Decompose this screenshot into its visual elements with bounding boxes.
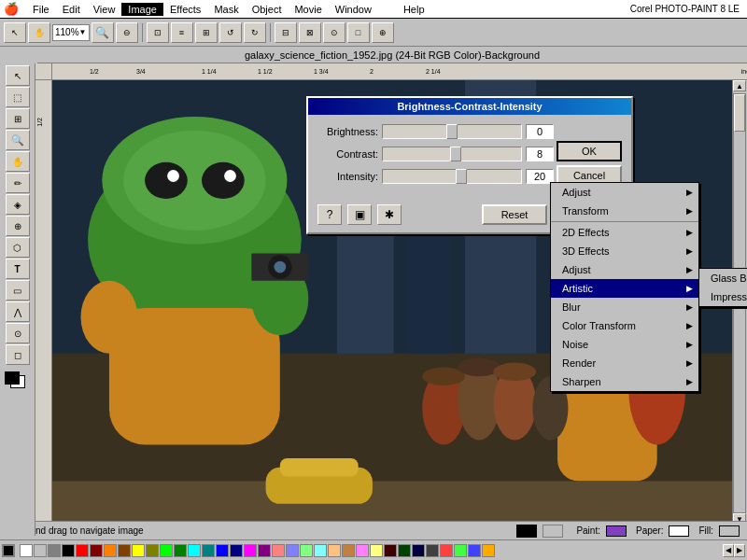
menu-item-3deffects[interactable]: 3D Effects ▶ — [551, 242, 698, 260]
tool-6[interactable]: ⊟ — [275, 22, 297, 43]
tool-10[interactable]: ⊕ — [372, 22, 394, 43]
tool-9[interactable]: □ — [347, 22, 370, 43]
current-color[interactable] — [2, 544, 15, 557]
palette-scroll-left[interactable]: ◀ — [723, 544, 734, 557]
menu-item-sharpen[interactable]: Sharpen ▶ — [551, 372, 698, 391]
menu-item-blur[interactable]: Blur ▶ — [551, 298, 698, 316]
intensity-thumb[interactable] — [456, 169, 467, 184]
menu-item-noise[interactable]: Noise ▶ — [551, 335, 698, 354]
menu-item-transform[interactable]: Transform ▶ — [551, 202, 698, 220]
paper-swatch[interactable] — [669, 525, 689, 537]
shape-tool[interactable]: ▭ — [6, 280, 30, 301]
palette-pink[interactable] — [272, 544, 285, 557]
hand-tool[interactable]: ✋ — [28, 22, 50, 43]
palette-blue[interactable] — [216, 544, 229, 557]
palette-yellow[interactable] — [132, 544, 145, 557]
zoom-arrow[interactable]: ▼ — [79, 28, 87, 36]
palette-lightcyan[interactable] — [314, 544, 327, 557]
palette-gray[interactable] — [48, 544, 61, 557]
brightness-thumb[interactable] — [446, 124, 458, 139]
preview-btn[interactable]: ▣ — [347, 204, 372, 225]
menu-item-2deffects[interactable]: 2D Effects ▶ — [551, 223, 698, 242]
contrast-value[interactable]: 8 — [526, 147, 554, 161]
menu-movie[interactable]: Movie — [288, 3, 328, 16]
palette-olive[interactable] — [146, 544, 159, 557]
tool-2[interactable]: ≡ — [171, 22, 193, 43]
mask-tool[interactable]: ⬚ — [6, 87, 30, 107]
contrast-slider[interactable] — [382, 147, 522, 161]
menu-item-render[interactable]: Render ▶ — [551, 354, 698, 372]
menu-item-colortransform[interactable]: Color Transform ▶ — [551, 316, 698, 335]
palette-lightmagenta[interactable] — [356, 544, 369, 557]
palette-navy[interactable] — [230, 544, 243, 557]
fill-swatch[interactable] — [719, 525, 740, 537]
tool-3[interactable]: ⊞ — [195, 22, 218, 43]
paint-swatch[interactable] — [606, 525, 627, 537]
tool-4[interactable]: ↺ — [219, 22, 242, 43]
text-tool[interactable]: T — [6, 259, 30, 279]
palette-darkblue[interactable] — [412, 544, 425, 557]
contrast-thumb[interactable] — [450, 147, 461, 161]
effect-tool[interactable]: ◈ — [6, 194, 30, 215]
palette-periwinkle[interactable] — [286, 544, 299, 557]
nav-icon2[interactable] — [543, 525, 563, 538]
zoom-tool[interactable]: 🔍 — [6, 130, 30, 150]
nav-icon[interactable] — [516, 525, 537, 538]
palette-red[interactable] — [76, 544, 89, 557]
zoom-display[interactable]: 110% ▼ — [52, 24, 90, 41]
palette-lime[interactable] — [160, 544, 173, 557]
palette-orange[interactable] — [104, 544, 117, 557]
palette-coral[interactable] — [440, 544, 453, 557]
menu-item-glassblock[interactable]: Glass Block... — [699, 269, 747, 287]
menu-item-impressionist[interactable]: Impressionist... — [699, 287, 747, 306]
crop-tool[interactable]: ⊞ — [6, 108, 30, 129]
vscroll-up[interactable]: ▲ — [733, 80, 746, 91]
fill-tool[interactable]: ⬡ — [6, 237, 30, 258]
menu-help[interactable]: Help — [397, 3, 431, 16]
palette-cyan[interactable] — [188, 544, 201, 557]
intensity-slider[interactable] — [382, 169, 522, 184]
menu-image[interactable]: Image — [121, 3, 163, 16]
menu-file[interactable]: File — [26, 3, 56, 16]
tool-8[interactable]: ⊙ — [323, 22, 345, 43]
palette-lightgreen[interactable] — [300, 544, 313, 557]
select-tool[interactable]: ↖ — [6, 65, 30, 86]
brightness-value[interactable]: 0 — [526, 124, 554, 139]
tool-1[interactable]: ⊡ — [147, 22, 169, 43]
options-btn[interactable]: ✱ — [377, 204, 402, 225]
palette-darkgreen[interactable] — [398, 544, 411, 557]
palette-silver[interactable] — [34, 544, 47, 557]
palette-brightgreen[interactable] — [454, 544, 467, 557]
arrow-tool[interactable]: ↖ — [4, 22, 26, 43]
palette-white[interactable] — [20, 544, 33, 557]
menu-object[interactable]: Object — [246, 3, 289, 16]
palette-tan[interactable] — [342, 544, 355, 557]
ok-button[interactable]: OK — [557, 141, 622, 161]
palette-maroon[interactable] — [90, 544, 103, 557]
tool-7[interactable]: ⊠ — [299, 22, 321, 43]
vscroll-thumb[interactable] — [734, 94, 745, 132]
brightness-slider[interactable] — [382, 124, 522, 139]
menu-view[interactable]: View — [87, 3, 122, 16]
menu-item-adjust2[interactable]: Adjust ▶ — [551, 260, 698, 279]
palette-amber[interactable] — [482, 544, 495, 557]
menu-effects[interactable]: Effects — [163, 3, 207, 16]
palette-green[interactable] — [174, 544, 187, 557]
path-tool[interactable]: ⋀ — [6, 301, 30, 322]
reset-button[interactable]: Reset — [482, 204, 547, 225]
apple-menu[interactable]: 🍎 — [4, 2, 19, 16]
palette-peach[interactable] — [328, 544, 341, 557]
help-btn[interactable]: ? — [317, 204, 342, 225]
palette-scroll-right[interactable]: ▶ — [734, 544, 745, 557]
eraser-tool[interactable]: ◻ — [6, 344, 30, 365]
menu-window[interactable]: Window — [329, 3, 378, 16]
tool-5[interactable]: ↻ — [244, 22, 266, 43]
palette-teal[interactable] — [202, 544, 215, 557]
palette-darkred[interactable] — [384, 544, 397, 557]
fg-swatch[interactable] — [5, 371, 20, 385]
clone-tool[interactable]: ⊕ — [6, 216, 30, 236]
menu-item-artistic[interactable]: Artistic ▶ — [551, 279, 698, 298]
palette-black[interactable] — [62, 544, 75, 557]
menu-item-adjust1[interactable]: Adjust ▶ — [551, 183, 698, 202]
palette-darkgray[interactable] — [426, 544, 439, 557]
